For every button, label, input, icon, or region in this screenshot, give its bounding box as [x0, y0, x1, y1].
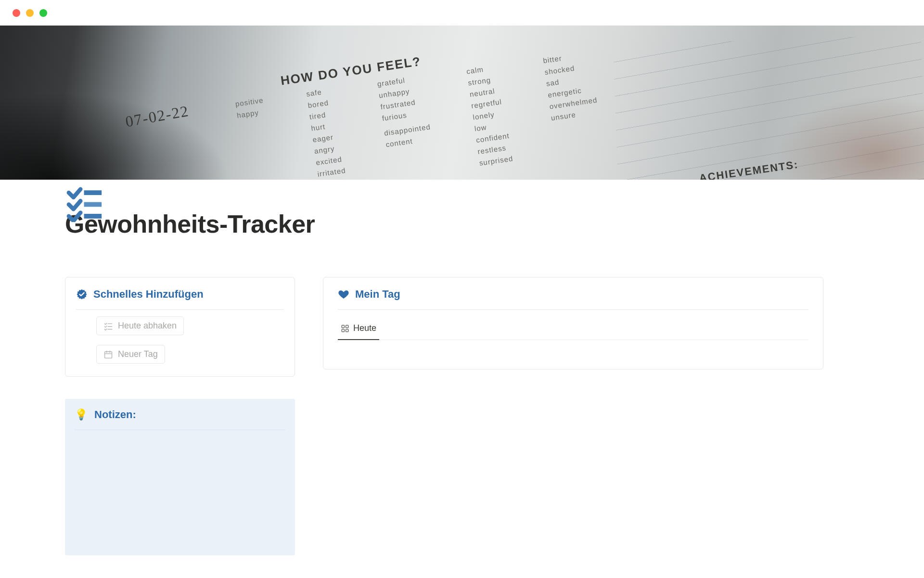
checklist-small-icon	[103, 321, 113, 331]
svg-rect-11	[346, 325, 348, 328]
window-maximize-button[interactable]	[39, 9, 47, 17]
lightbulb-icon: 💡	[75, 408, 88, 421]
svg-rect-0	[84, 190, 102, 195]
cover-journal-header: HOW DO YOU FEEL?	[280, 26, 854, 89]
quick-add-title: Schnelles Hinzufügen	[93, 288, 204, 301]
svg-rect-10	[342, 325, 344, 328]
divider	[75, 430, 285, 430]
notes-card[interactable]: 💡 Notizen:	[65, 399, 295, 555]
new-day-button[interactable]: Neuer Tag	[96, 345, 165, 364]
calendar-icon	[103, 350, 113, 359]
svg-rect-6	[105, 352, 112, 358]
check-today-label: Heute abhaken	[118, 321, 177, 331]
svg-rect-2	[84, 214, 102, 219]
window-minimize-button[interactable]	[26, 9, 34, 17]
svg-rect-12	[342, 329, 344, 331]
divider	[338, 309, 808, 310]
grid-icon	[341, 324, 349, 333]
window-titlebar	[0, 0, 924, 26]
my-day-tabs: Heute	[338, 318, 808, 340]
heart-icon	[338, 289, 349, 300]
notes-title: Notizen:	[94, 408, 136, 421]
divider	[76, 309, 284, 310]
check-today-button[interactable]: Heute abhaken	[96, 316, 184, 335]
svg-rect-13	[346, 329, 348, 331]
tab-today[interactable]: Heute	[338, 318, 379, 340]
my-day-card: Mein Tag Heute	[323, 277, 823, 369]
page-title: Gewohnheits-Tracker	[65, 210, 859, 238]
my-day-title: Mein Tag	[355, 288, 400, 301]
verified-badge-icon	[76, 289, 88, 300]
window-close-button[interactable]	[13, 9, 20, 17]
cover-achievements-label: ACHIEVEMENTS:	[698, 158, 799, 180]
checklist-icon	[66, 184, 104, 222]
quick-add-card: Schnelles Hinzufügen Heute abhaken	[65, 277, 295, 377]
page-icon-checklist[interactable]	[65, 183, 105, 223]
new-day-label: Neuer Tag	[118, 349, 158, 359]
cover-journal-date: 07-02-22	[124, 102, 191, 131]
page-cover: 07-02-22 HOW DO YOU FEEL? positive happy…	[0, 26, 924, 180]
cover-journal-words: positive happy safe bored tired hurt eag…	[235, 26, 868, 180]
svg-rect-1	[84, 202, 102, 207]
tab-today-label: Heute	[353, 323, 376, 333]
